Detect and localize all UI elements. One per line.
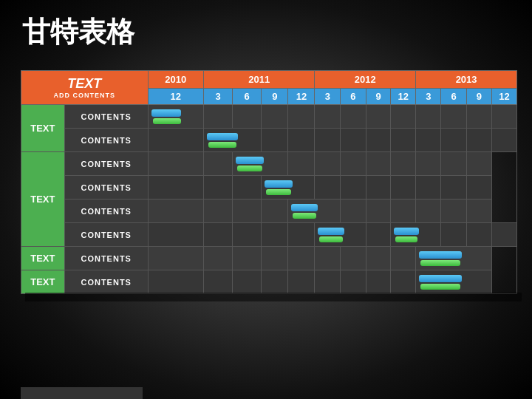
content-label: CONTENTS (64, 152, 148, 176)
grid-cell (492, 129, 517, 152)
grid-cell (233, 270, 262, 294)
table-row: TEXT CONTENTS (21, 105, 517, 129)
grid-cell (233, 200, 262, 223)
month-3-2012: 3 (315, 89, 341, 105)
grid-cell (341, 270, 366, 294)
grid-cell (366, 270, 391, 294)
month-12-2013: 12 (492, 89, 517, 105)
grid-cell (288, 270, 315, 294)
grid-cell (391, 105, 416, 129)
header-text-main: TEXT (67, 76, 101, 92)
grid-cell (233, 176, 262, 200)
grid-cell (391, 200, 416, 223)
grid-cell (148, 270, 203, 294)
grid-cell (262, 129, 288, 152)
grid-cell (416, 129, 441, 152)
table-row: CONTENTS (21, 129, 517, 152)
month-3-2011: 3 (203, 89, 232, 105)
grid-cell (233, 152, 288, 176)
grid-cell (262, 200, 288, 223)
year-2013: 2013 (416, 71, 517, 89)
grid-cell (203, 105, 232, 129)
month-9-2012: 9 (366, 89, 391, 105)
month-12-2010: 12 (148, 89, 203, 105)
grid-cell (315, 270, 341, 294)
grid-cell (341, 152, 366, 176)
grid-cell (416, 105, 441, 129)
grid-cell (148, 200, 203, 223)
grid-cell (416, 270, 492, 294)
year-2011: 2011 (203, 71, 315, 89)
bar-green (395, 236, 417, 242)
bar-green (420, 284, 460, 290)
content-label: CONTENTS (64, 223, 148, 247)
bar-blue (207, 133, 238, 140)
grid-cell (366, 129, 391, 152)
page-title: 甘特表格 (22, 13, 134, 51)
grid-cell (441, 105, 466, 129)
grid-cell (366, 200, 391, 223)
grid-cell (148, 223, 203, 247)
content-label: CONTENTS (64, 200, 148, 223)
grid-cell (203, 200, 232, 223)
grid-cell (233, 105, 262, 129)
grid-cell (441, 129, 466, 152)
grid-cell (203, 270, 232, 294)
grid-cell (315, 129, 341, 152)
grid-cell (366, 176, 391, 200)
grid-cell (441, 200, 466, 223)
grid-cell (492, 105, 517, 129)
grid-cell (315, 247, 341, 270)
grid-cell (391, 270, 416, 294)
grid-cell (341, 176, 366, 200)
table-row: TEXT CONTENTS (21, 270, 517, 294)
grid-cell (262, 105, 288, 129)
gantt-chart: TEXT ADD CONTENTS 2010 2011 2012 2013 12… (21, 70, 517, 294)
group-label-2: TEXT (21, 152, 65, 247)
grid-cell (416, 176, 441, 200)
grid-cell (466, 152, 491, 176)
bar-green (420, 260, 460, 266)
month-6-2013: 6 (441, 89, 466, 105)
grid-cell (366, 223, 391, 247)
grid-cell (441, 176, 466, 200)
table-row: CONTENTS (21, 200, 517, 223)
grid-cell (441, 223, 466, 247)
grid-cell (366, 152, 391, 176)
bar-green (266, 189, 291, 195)
grid-cell (441, 152, 466, 176)
grid-cell (416, 152, 441, 176)
content-label: CONTENTS (64, 247, 148, 270)
grid-cell (366, 105, 391, 129)
year-header-row: TEXT ADD CONTENTS 2010 2011 2012 2013 (21, 71, 517, 89)
bar-green (153, 118, 181, 124)
bar-blue (394, 228, 419, 235)
grid-cell (341, 247, 366, 270)
table-row: TEXT CONTENTS (21, 152, 517, 176)
grid-cell (233, 223, 262, 247)
grid-cell (315, 176, 341, 200)
grid-cell (315, 105, 341, 129)
grid-cell (148, 152, 203, 176)
grid-cell (466, 200, 491, 223)
month-3-2013: 3 (416, 89, 441, 105)
grid-cell (391, 129, 416, 152)
grid-cell (315, 223, 366, 247)
grid-cell (466, 105, 491, 129)
grid-cell (203, 152, 232, 176)
grid-cell (288, 105, 315, 129)
table-row: CONTENTS (21, 176, 517, 200)
month-6-2011: 6 (233, 89, 262, 105)
bar-blue (419, 275, 462, 282)
grid-cell (416, 247, 492, 270)
content-label: CONTENTS (64, 129, 148, 152)
grid-cell (233, 247, 262, 270)
grid-cell (148, 247, 203, 270)
group-label-3: TEXT (21, 247, 65, 270)
grid-cell (203, 223, 232, 247)
grid-cell (148, 105, 203, 129)
bar-blue (265, 180, 293, 188)
bar-green (293, 213, 316, 219)
bar-green (237, 166, 262, 171)
grid-cell (262, 270, 288, 294)
